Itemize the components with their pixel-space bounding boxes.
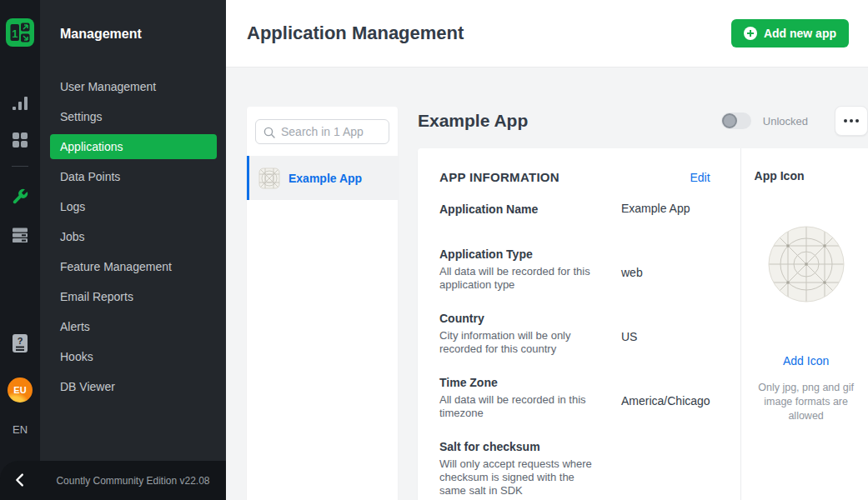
assistant-help-icon[interactable]: ?	[10, 333, 30, 353]
sidebar-menu-item[interactable]: Data Points	[50, 162, 217, 192]
info-field-row: Application Type All data will be record…	[439, 246, 710, 292]
info-field-row: Time Zone All data will be recorded in t…	[439, 374, 710, 420]
app-information-header: APP INFORMATION Edit	[439, 170, 710, 184]
add-new-app-button[interactable]: Add new app	[731, 19, 849, 48]
wireframe-globe-icon	[768, 226, 845, 302]
sidebar-menu-item[interactable]: Logs	[50, 192, 217, 222]
app-detail-header: Example App Unlocked	[418, 102, 868, 139]
ellipsis-icon	[850, 119, 853, 122]
countly-logo-icon[interactable]: 1	[6, 18, 34, 47]
sidebar-title: Management	[40, 0, 226, 42]
sidebar-menu-item[interactable]: Jobs	[50, 222, 217, 252]
app-icon-section: App Icon	[740, 148, 868, 500]
lock-toggle[interactable]	[721, 112, 751, 129]
rail-divider	[12, 166, 28, 167]
dashboard-grid-icon[interactable]	[10, 130, 30, 150]
sidebar-menu: User Management Settings Applications Da…	[40, 72, 226, 402]
sidebar-item-label: DB Viewer	[60, 380, 115, 393]
sidebar-menu-item[interactable]: Applications	[50, 134, 217, 159]
sidebar-item-label: User Management	[60, 80, 156, 93]
management-wrench-icon[interactable]	[10, 187, 30, 207]
server-icon[interactable]	[10, 225, 30, 245]
field-value: web	[621, 265, 643, 292]
sidebar-item-label: Settings	[60, 110, 103, 123]
collapse-sidebar-button[interactable]	[11, 471, 29, 489]
avatar-initials: EU	[13, 385, 26, 395]
app-detail-title: Example App	[418, 111, 721, 131]
field-value: US	[621, 329, 637, 356]
field-label-block: Application Type All data will be record…	[439, 246, 598, 292]
sidebar-item-label: Applications	[60, 140, 123, 153]
plus-icon	[744, 27, 757, 40]
sidebar-item-label: Hooks	[60, 350, 93, 363]
field-label: Time Zone	[439, 374, 598, 391]
sidebar-item-label: Logs	[60, 200, 85, 213]
sidebar-item-label: Alerts	[60, 320, 90, 333]
search-input[interactable]	[255, 119, 389, 144]
sidebar-menu-item[interactable]: Settings	[50, 102, 217, 132]
app-information-section: APP INFORMATION Edit Application Name Ex…	[418, 148, 740, 500]
field-label: Salt for checksum	[439, 438, 598, 455]
app-icon-placeholder	[768, 226, 845, 302]
sidebar-menu-item[interactable]: Feature Management	[50, 252, 217, 282]
field-description: All data will be recorded in this timezo…	[439, 393, 598, 420]
field-label: Application Name	[439, 201, 598, 218]
sidebar-footer: Countly Community Edition v22.08	[0, 461, 226, 500]
content-area: Example App Example App Unlocked	[226, 68, 868, 500]
info-field-row: Country City information will be only re…	[439, 310, 710, 356]
main-area: Application Management Add new app	[226, 0, 868, 500]
app-list: Example App	[247, 156, 398, 200]
sidebar-item-label: Feature Management	[60, 260, 172, 273]
application-management-page: 1	[0, 0, 868, 500]
icon-rail: 1	[0, 0, 40, 500]
field-label: Application Type	[439, 246, 598, 262]
app-thumbnail-icon	[258, 168, 280, 189]
page-title: Application Management	[247, 22, 464, 44]
field-label-block: Time Zone All data will be recorded in t…	[439, 374, 598, 420]
toggle-knob	[722, 113, 737, 128]
field-label-block: Application Name	[439, 201, 598, 220]
app-icon-title: App Icon	[755, 169, 858, 182]
more-options-button[interactable]	[835, 106, 868, 136]
sidebar-menu-item[interactable]: Email Reports	[50, 282, 217, 312]
sidebar-item-label: Jobs	[60, 230, 85, 243]
field-label-block: Country City information will be only re…	[439, 310, 598, 356]
sidebar-item-label: Email Reports	[60, 290, 133, 303]
field-label-block: Salt for checksum Will only accept reque…	[439, 438, 598, 498]
field-description: All data will be recorded for this appli…	[439, 265, 598, 292]
sidebar-menu-item[interactable]: Alerts	[50, 312, 217, 342]
lock-cluster: Unlocked	[721, 106, 868, 136]
sidebar-menu-item[interactable]: Hooks	[50, 342, 217, 372]
language-selector[interactable]: EN	[0, 423, 40, 436]
svg-text:1: 1	[12, 28, 18, 40]
app-list-panel: Example App	[247, 107, 398, 500]
svg-text:?: ?	[18, 336, 23, 346]
add-new-app-label: Add new app	[764, 27, 836, 40]
app-icon-hint: Only jpg, png and gif image formats are …	[755, 381, 858, 423]
field-description: City information will be only recorded f…	[439, 329, 598, 356]
field-value: Example App	[621, 201, 690, 220]
lock-status-label: Unlocked	[763, 115, 808, 128]
app-detail-card: APP INFORMATION Edit Application Name Ex…	[418, 148, 868, 500]
user-avatar[interactable]: EU	[8, 378, 33, 402]
add-icon-link[interactable]: Add Icon	[755, 354, 858, 368]
sidebar-menu-item[interactable]: User Management	[50, 72, 217, 102]
info-field-row: Application Name Example App	[439, 201, 710, 220]
sidebar-menu-item[interactable]: DB Viewer	[50, 372, 217, 402]
management-sidebar: Management User Management Settings Appl…	[40, 0, 226, 500]
app-information-fields: Application Name Example App Application…	[439, 201, 710, 498]
page-header: Application Management Add new app	[226, 0, 868, 68]
version-label: Countly Community Edition v22.08	[40, 461, 226, 500]
field-description: Will only accept requests where checksum…	[439, 458, 598, 498]
field-label: Country	[439, 310, 598, 327]
edit-link[interactable]: Edit	[690, 171, 710, 184]
app-search	[247, 107, 398, 156]
sidebar-item-label: Data Points	[60, 170, 120, 183]
field-value: America/Chicago	[621, 393, 710, 420]
analytics-bar-chart-icon[interactable]	[10, 93, 30, 113]
section-title: APP INFORMATION	[439, 170, 559, 184]
app-list-item[interactable]: Example App	[247, 156, 398, 200]
info-field-row: Salt for checksum Will only accept reque…	[439, 438, 710, 498]
app-name-label: Example App	[288, 172, 362, 185]
